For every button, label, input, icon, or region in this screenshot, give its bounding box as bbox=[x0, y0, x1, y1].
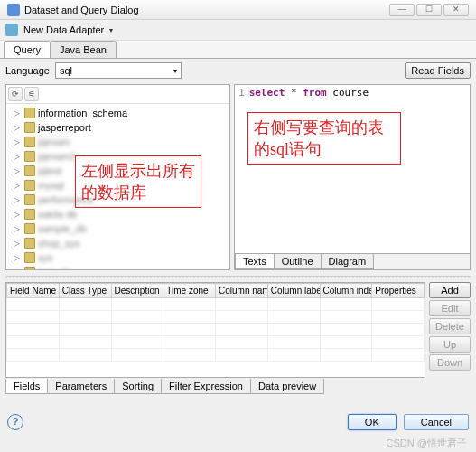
sub-tab-texts[interactable]: Texts bbox=[235, 254, 275, 269]
table-row[interactable] bbox=[7, 298, 425, 311]
tree-item[interactable]: ▷mysql bbox=[10, 178, 226, 193]
tree-item[interactable]: ▷ jasperreport bbox=[10, 120, 226, 135]
tab-java-bean[interactable]: Java Bean bbox=[50, 41, 117, 58]
tree-item[interactable]: ▷sys bbox=[10, 250, 226, 265]
chevron-down-icon: ▾ bbox=[173, 67, 177, 75]
fields-grid[interactable]: Field Name Class Type Description Time z… bbox=[5, 282, 425, 378]
tab-sorting[interactable]: Sorting bbox=[114, 379, 162, 394]
tree-item[interactable]: ▷jqexam bbox=[10, 135, 226, 149]
tab-data-preview[interactable]: Data preview bbox=[250, 379, 324, 394]
col-class-type[interactable]: Class Type bbox=[59, 284, 111, 298]
database-icon bbox=[24, 180, 35, 191]
refresh-icon[interactable]: ⟳ bbox=[8, 87, 23, 101]
sql-editor-pane: 1 select * from course 右侧写要查询的表的sql语句 Te… bbox=[234, 84, 471, 270]
database-icon bbox=[24, 238, 35, 249]
tree-item[interactable]: ▷performance bbox=[10, 193, 226, 207]
language-combo[interactable]: sql ▾ bbox=[55, 62, 182, 79]
bottom-tabs: Fields Parameters Sorting Filter Express… bbox=[0, 379, 476, 394]
down-button[interactable]: Down bbox=[429, 354, 471, 371]
database-icon bbox=[24, 252, 35, 263]
fields-section: Field Name Class Type Description Time z… bbox=[0, 280, 476, 380]
top-tabs: Query Java Bean bbox=[0, 41, 476, 59]
database-icon bbox=[24, 122, 35, 133]
language-value: sql bbox=[60, 65, 72, 76]
col-description[interactable]: Description bbox=[111, 284, 163, 298]
ok-button[interactable]: OK bbox=[348, 414, 397, 430]
up-button[interactable]: Up bbox=[429, 336, 471, 353]
schema-tree[interactable]: ▷ information_schema ▷ jasperreport ▷jqe… bbox=[6, 104, 229, 270]
tree-item[interactable]: ▷shop_sys bbox=[10, 236, 226, 250]
edit-button[interactable]: Edit bbox=[429, 300, 471, 316]
side-buttons: Add Edit Delete Up Down bbox=[429, 282, 471, 378]
divider bbox=[5, 276, 471, 278]
expand-icon[interactable]: ▷ bbox=[14, 120, 22, 135]
table-row[interactable] bbox=[7, 336, 425, 349]
tree-item[interactable]: ▷jqtest bbox=[10, 164, 226, 178]
tree-item[interactable]: ▷jqexam2 bbox=[10, 149, 226, 164]
tree-label: jasperreport bbox=[38, 120, 91, 135]
col-column-index[interactable]: Column index bbox=[320, 284, 372, 298]
tab-parameters[interactable]: Parameters bbox=[47, 379, 115, 394]
language-row: Language sql ▾ Read Fields bbox=[0, 59, 476, 82]
help-icon[interactable]: ? bbox=[7, 414, 23, 430]
minimize-button[interactable]: — bbox=[389, 4, 415, 16]
window-title: Dataset and Query Dialog bbox=[24, 5, 139, 15]
col-properties[interactable]: Properties bbox=[372, 284, 425, 298]
sql-editor[interactable]: 1 select * from course bbox=[235, 85, 470, 100]
database-icon bbox=[24, 209, 35, 220]
chevron-down-icon[interactable]: ▾ bbox=[109, 26, 113, 34]
col-time-zone[interactable]: Time zone bbox=[163, 284, 216, 298]
database-icon bbox=[24, 151, 35, 162]
tab-fields[interactable]: Fields bbox=[5, 379, 48, 394]
sql-text[interactable]: select * from course bbox=[249, 87, 369, 99]
sub-tab-diagram[interactable]: Diagram bbox=[321, 254, 375, 269]
annotation-right: 右侧写要查询的表的sql语句 bbox=[247, 112, 401, 165]
tree-item[interactable]: ▷ information_schema bbox=[10, 106, 226, 120]
dialog-footer: ? OK Cancel bbox=[0, 409, 476, 436]
tree-item[interactable]: ▷sakila db bbox=[10, 207, 226, 221]
schema-tree-pane: ⟳ ⚟ ▷ information_schema ▷ jasperreport … bbox=[5, 84, 230, 270]
datasource-icon bbox=[5, 24, 18, 36]
database-icon bbox=[24, 108, 35, 118]
expand-icon[interactable]: ▷ bbox=[14, 106, 22, 120]
database-icon bbox=[24, 267, 35, 270]
cancel-button[interactable]: Cancel bbox=[404, 414, 469, 430]
tab-filter-expression[interactable]: Filter Expression bbox=[161, 379, 251, 394]
table-row[interactable] bbox=[7, 311, 425, 324]
tree-toolbar: ⟳ ⚟ bbox=[6, 85, 229, 104]
close-button[interactable]: ✕ bbox=[443, 4, 469, 16]
split-container: ⟳ ⚟ ▷ information_schema ▷ jasperreport … bbox=[0, 82, 476, 272]
database-icon bbox=[24, 223, 35, 234]
line-number: 1 bbox=[238, 87, 249, 99]
database-icon bbox=[24, 165, 35, 176]
sub-tab-outline[interactable]: Outline bbox=[274, 254, 322, 269]
col-field-name[interactable]: Field Name bbox=[7, 284, 60, 298]
col-column-name[interactable]: Column name bbox=[216, 284, 268, 298]
tree-item[interactable]: ▷test_db bbox=[10, 265, 226, 270]
sql-sub-tabs: Texts Outline Diagram bbox=[235, 253, 470, 269]
tree-label: information_schema bbox=[38, 106, 127, 120]
table-row[interactable] bbox=[7, 324, 425, 336]
tree-item[interactable]: ▷sample_db bbox=[10, 221, 226, 236]
add-button[interactable]: Add bbox=[429, 282, 471, 298]
read-fields-button[interactable]: Read Fields bbox=[405, 62, 471, 79]
database-icon bbox=[24, 137, 35, 147]
window-titlebar: Dataset and Query Dialog — ☐ ✕ bbox=[0, 0, 476, 20]
app-icon bbox=[7, 4, 20, 16]
language-label: Language bbox=[5, 65, 50, 76]
table-row[interactable] bbox=[7, 349, 425, 362]
tab-query[interactable]: Query bbox=[4, 41, 51, 58]
database-icon bbox=[24, 194, 35, 205]
delete-button[interactable]: Delete bbox=[429, 318, 471, 334]
watermark: CSDN @悟世君子 bbox=[387, 437, 467, 450]
maximize-button[interactable]: ☐ bbox=[416, 4, 442, 16]
col-column-label[interactable]: Column label bbox=[267, 284, 320, 298]
new-adapter-label[interactable]: New Data Adapter bbox=[23, 24, 104, 35]
toolbar: New Data Adapter ▾ bbox=[0, 20, 476, 41]
filter-icon[interactable]: ⚟ bbox=[24, 87, 39, 101]
